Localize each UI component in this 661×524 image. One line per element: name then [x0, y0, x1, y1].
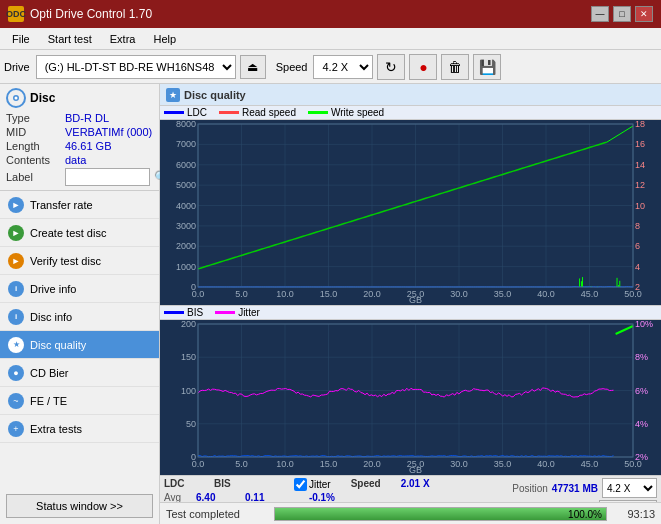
speed-select[interactable]: 4.2 X 2.0 X 8.0 X	[313, 55, 373, 79]
eject-button[interactable]: ⏏	[240, 55, 266, 79]
type-label: Type	[6, 112, 61, 124]
minimize-button[interactable]: —	[591, 6, 609, 22]
label-input[interactable]	[65, 168, 150, 186]
ldc-col-header: LDC	[164, 478, 194, 491]
bis-col-header: BIS	[214, 478, 244, 491]
menu-start-test[interactable]: Start test	[40, 31, 100, 47]
maximize-button[interactable]: □	[613, 6, 631, 22]
nav-item-disc-quality[interactable]: ★ Disc quality	[0, 331, 159, 359]
title-bar: ODC Opti Drive Control 1.70 — □ ✕	[0, 0, 661, 28]
write-speed-legend-label: Write speed	[331, 107, 384, 118]
speed-label: Speed	[276, 61, 308, 73]
menu-help[interactable]: Help	[145, 31, 184, 47]
jitter-legend-label: Jitter	[238, 307, 260, 318]
nav-item-disc-info[interactable]: i Disc info	[0, 303, 159, 331]
disc-info-section: Disc Type BD-R DL MID VERBATIMf (000) Le…	[0, 84, 159, 191]
chart-title: Disc quality	[184, 89, 246, 101]
mid-value: VERBATIMf (000)	[65, 126, 152, 138]
nav-item-verify-test-disc[interactable]: ► Verify test disc	[0, 247, 159, 275]
window-title: Opti Drive Control 1.70	[30, 7, 152, 21]
svg-point-2	[15, 97, 18, 100]
chart-icon: ★	[166, 88, 180, 102]
nav-icon-extra-tests: +	[8, 421, 24, 437]
nav-item-cd-bier[interactable]: ● CD Bier	[0, 359, 159, 387]
upper-legend: LDC Read speed Write speed	[160, 106, 661, 120]
disc-icon	[6, 88, 26, 108]
progress-section: Test completed 100.0% 93:13	[160, 502, 661, 524]
menu-extra[interactable]: Extra	[102, 31, 144, 47]
nav-icon-transfer-rate: ►	[8, 197, 24, 213]
spacer	[264, 478, 274, 491]
nav-icon-disc-info: i	[8, 309, 24, 325]
nav-item-extra-tests[interactable]: + Extra tests	[0, 415, 159, 443]
record-button[interactable]: ●	[409, 54, 437, 80]
contents-label: Contents	[6, 154, 61, 166]
save-button[interactable]: 💾	[473, 54, 501, 80]
progress-bar-container: 100.0%	[274, 507, 607, 521]
nav-item-fe-te[interactable]: ~ FE / TE	[0, 387, 159, 415]
length-value: 46.61 GB	[65, 140, 111, 152]
nav-item-drive-info[interactable]: i Drive info	[0, 275, 159, 303]
nav-icon-disc-quality: ★	[8, 337, 24, 353]
nav-icon-drive-info: i	[8, 281, 24, 297]
drive-select[interactable]: (G:) HL-DT-ST BD-RE WH16NS48 1.D3	[36, 55, 236, 79]
avg-label: Avg	[164, 492, 192, 502]
bis-legend-label: BIS	[187, 307, 203, 318]
stats-area: LDC BIS Jitter Speed 2.01 X Avg	[160, 475, 661, 502]
mid-label: MID	[6, 126, 61, 138]
time-display: 93:13	[615, 508, 655, 520]
nav-label-transfer-rate: Transfer rate	[30, 199, 93, 211]
length-label: Length	[6, 140, 61, 152]
menu-file[interactable]: File	[4, 31, 38, 47]
drive-label: Drive	[4, 61, 30, 73]
right-panel: ★ Disc quality LDC Read speed Write spee…	[160, 84, 661, 524]
chart-wrapper: LDC Read speed Write speed BIS	[160, 106, 661, 502]
app-icon: ODC	[8, 6, 24, 22]
ldc-legend-label: LDC	[187, 107, 207, 118]
toolbar: Drive (G:) HL-DT-ST BD-RE WH16NS48 1.D3 …	[0, 50, 661, 84]
nav-label-extra-tests: Extra tests	[30, 423, 82, 435]
avg-ldc: 6.40	[196, 492, 241, 502]
erase-button[interactable]: 🗑	[441, 54, 469, 80]
nav-label-cd-bier: CD Bier	[30, 367, 69, 379]
ldc-legend-color	[164, 111, 184, 114]
stats-right: Position 47731 MB 4.2 X Samples 763406 S…	[512, 478, 657, 502]
upper-chart-canvas	[160, 120, 661, 305]
status-window-button[interactable]: Status window >>	[6, 494, 153, 518]
status-text: Test completed	[166, 508, 266, 520]
read-speed-legend-color	[219, 111, 239, 114]
close-button[interactable]: ✕	[635, 6, 653, 22]
refresh-button[interactable]: ↻	[377, 54, 405, 80]
lower-legend: BIS Jitter	[160, 305, 661, 320]
stats-left: LDC BIS Jitter Speed 2.01 X Avg	[164, 478, 510, 502]
nav-item-create-test-disc[interactable]: ► Create test disc	[0, 219, 159, 247]
nav-label-verify-test-disc: Verify test disc	[30, 255, 101, 267]
nav-label-disc-info: Disc info	[30, 311, 72, 323]
write-speed-legend-color	[308, 111, 328, 114]
nav-label-drive-info: Drive info	[30, 283, 76, 295]
disc-quality-header: ★ Disc quality	[160, 84, 661, 106]
progress-text: 100.0%	[568, 508, 602, 519]
nav-item-transfer-rate[interactable]: ► Transfer rate	[0, 191, 159, 219]
position-value: 47731 MB	[552, 483, 598, 494]
nav-label-fe-te: FE / TE	[30, 395, 67, 407]
disc-section-label: Disc	[30, 91, 55, 105]
menu-bar: File Start test Extra Help	[0, 28, 661, 50]
nav-icon-cd-bier: ●	[8, 365, 24, 381]
position-label: Position	[512, 483, 548, 494]
speed-col-header: Speed	[351, 478, 381, 491]
progress-bar-fill	[275, 508, 606, 520]
jitter-checkbox-row: Jitter	[294, 478, 331, 491]
nav-icon-fe-te: ~	[8, 393, 24, 409]
jitter-checkbox[interactable]	[294, 478, 307, 491]
read-speed-legend-label: Read speed	[242, 107, 296, 118]
nav-label-disc-quality: Disc quality	[30, 339, 86, 351]
main-layout: Disc Type BD-R DL MID VERBATIMf (000) Le…	[0, 84, 661, 524]
window-controls[interactable]: — □ ✕	[591, 6, 653, 22]
type-value: BD-R DL	[65, 112, 109, 124]
nav-label-create-test-disc: Create test disc	[30, 227, 106, 239]
label-field-label: Label	[6, 171, 61, 183]
speed-select-stats[interactable]: 4.2 X	[602, 478, 657, 498]
nav-icon-verify-test-disc: ►	[8, 253, 24, 269]
jitter-col-header: Jitter	[309, 479, 331, 490]
